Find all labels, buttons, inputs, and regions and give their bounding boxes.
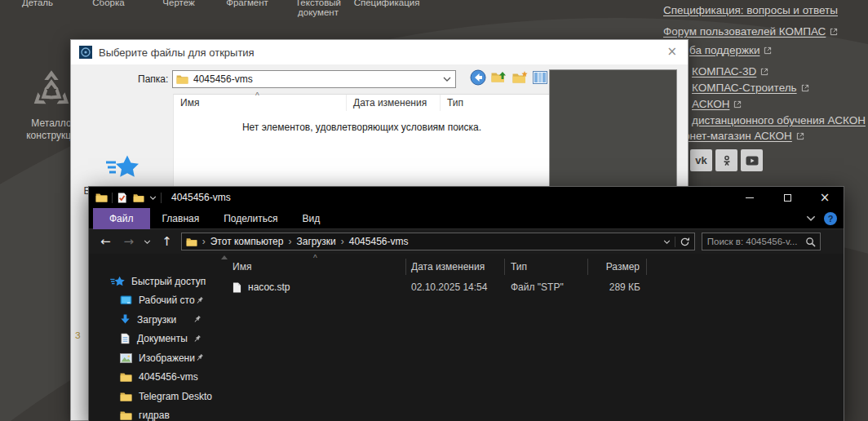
explorer-titlebar[interactable]: 4045456-vms ×: [89, 187, 844, 208]
views-menu-icon[interactable]: [533, 71, 547, 84]
maximize-icon: [784, 194, 791, 202]
address-dropdown-chevron-icon[interactable]: [663, 240, 671, 244]
doctype-button-assembly[interactable]: Сборка: [92, 0, 124, 7]
doctype-button-fragment[interactable]: Фрагмент: [226, 0, 268, 7]
refresh-icon[interactable]: [680, 237, 690, 247]
external-link-icon: [830, 28, 838, 36]
sort-asc-icon: ^: [313, 254, 317, 263]
breadcrumb-item-downloads[interactable]: Загрузки: [296, 236, 335, 247]
divider: [112, 193, 113, 203]
vk-icon[interactable]: vk: [690, 149, 712, 171]
close-button[interactable]: ×: [806, 187, 844, 208]
link-distance-learning[interactable]: дистанционного обучения АСКОН: [663, 113, 868, 128]
folder-icon: [120, 372, 132, 382]
new-folder-icon[interactable]: [512, 71, 529, 84]
sidebar-item-4045456-vms[interactable]: 4045456-vms: [89, 368, 221, 388]
place-downloads-fragment: З: [75, 330, 81, 340]
new-folder-quick-icon[interactable]: [133, 193, 144, 202]
sidebar-item-pictures[interactable]: Изображени: [89, 348, 221, 368]
link-kompas3d[interactable]: КОМПАС-3D: [663, 64, 868, 79]
file-name: насос.stp: [248, 281, 290, 293]
dialog-close-button[interactable]: ×: [666, 45, 677, 58]
breadcrumb-separator: ›: [202, 236, 206, 247]
sidebar-scrollbar[interactable]: [221, 254, 228, 421]
tab-view[interactable]: Вид: [290, 208, 332, 229]
recent-locations-chevron-icon[interactable]: [144, 240, 151, 244]
search-input[interactable]: [707, 237, 799, 246]
ribbon-collapse-chevron-icon[interactable]: [806, 215, 816, 221]
file-modified: 02.10.2025 14:54: [406, 281, 505, 293]
external-link-icon: [796, 132, 804, 140]
minimize-button[interactable]: [731, 187, 768, 208]
file-row-nasos-stp[interactable]: насос.stp 02.10.2025 14:54 Файл "STP" 28…: [228, 277, 844, 298]
file-list-header: Имя Дата изменения Тип Размер: [228, 257, 844, 277]
up-icon[interactable]: ↑: [162, 236, 172, 248]
breadcrumb-item-this-pc[interactable]: Этот компьютер: [210, 236, 284, 247]
search-box[interactable]: [702, 233, 821, 250]
column-header-size[interactable]: Размер: [588, 259, 647, 275]
breadcrumb-item-current-folder[interactable]: 4045456-vms: [349, 236, 409, 247]
window-controls: ×: [731, 187, 844, 208]
column-header-type[interactable]: Тип: [441, 95, 550, 111]
sort-asc-icon: ^: [255, 91, 259, 100]
sidebar-item-documents[interactable]: Документы: [89, 330, 221, 349]
sidebar-item-desktop[interactable]: Рабочий сто: [89, 291, 221, 311]
chevron-down-icon[interactable]: [443, 77, 451, 82]
external-link-icon: [733, 100, 742, 109]
pin-icon: [193, 335, 202, 343]
minimize-icon: [746, 197, 754, 198]
doctype-button-specification[interactable]: Спецификация: [354, 0, 420, 7]
documents-icon: [120, 333, 131, 344]
forward-icon[interactable]: →: [124, 236, 135, 248]
tab-file[interactable]: Файл: [93, 208, 150, 229]
maximize-button[interactable]: [768, 187, 806, 208]
up-one-level-icon[interactable]: [491, 71, 507, 84]
help-button[interactable]: ?: [824, 212, 837, 225]
odnoklassniki-icon[interactable]: [715, 149, 737, 171]
back-icon[interactable]: ←: [100, 236, 111, 248]
link-ascon[interactable]: АСКОН: [663, 96, 868, 112]
tab-home[interactable]: Главная: [150, 208, 212, 229]
file-list[interactable]: Имя Дата изменения Тип Размер ^ насос.st…: [228, 254, 844, 421]
youtube-icon[interactable]: [741, 149, 763, 171]
page-icon: [232, 282, 241, 293]
column-header-modified[interactable]: Дата изменения: [347, 95, 441, 111]
breadcrumb-separator: ›: [288, 236, 291, 247]
back-button-icon[interactable]: [470, 69, 486, 86]
sidebar-item-gidrav[interactable]: гидрав: [89, 406, 221, 421]
qat-customize-chevron-icon[interactable]: [149, 196, 157, 200]
link-support[interactable]: ба поддержки: [663, 42, 868, 58]
folder-icon: [120, 410, 132, 420]
link-forum[interactable]: Форум пользователей КОМПАС: [663, 24, 868, 39]
scroll-up-icon: [221, 255, 228, 259]
folder-label: Папка:: [138, 73, 168, 85]
quick-access-icon: [110, 276, 125, 287]
explorer-content: Быстрый доступ Рабочий сто Загрузки Доку…: [89, 254, 844, 421]
link-kompas-stroitel[interactable]: КОМПАС-Строитель: [663, 80, 868, 95]
folder-combobox[interactable]: 4045456-vms: [172, 70, 456, 88]
doctype-button-detail[interactable]: Деталь: [22, 0, 53, 7]
doctype-button-drawing[interactable]: Чертеж: [162, 0, 194, 7]
dialog-titlebar[interactable]: Выберите файлы для открытия ×: [71, 40, 688, 64]
folder-icon: [120, 392, 132, 401]
divider: [675, 237, 675, 247]
doctype-button-text-document[interactable]: Текстовый документ: [283, 0, 353, 17]
column-header-modified[interactable]: Дата изменения: [406, 259, 505, 275]
sidebar-item-quick-access[interactable]: Быстрый доступ: [89, 272, 221, 291]
column-header-name[interactable]: Имя: [174, 95, 347, 111]
properties-check-icon[interactable]: [117, 193, 127, 203]
link-online-store[interactable]: рнет-магазин АСКОН: [663, 128, 868, 144]
sidebar-item-downloads[interactable]: Загрузки: [89, 310, 221, 330]
link-spec-faq[interactable]: Спецификация: вопросы и ответы: [663, 2, 868, 18]
navigation-sidebar: Быстрый доступ Рабочий сто Загрузки Доку…: [89, 254, 221, 421]
breadcrumb[interactable]: › Этот компьютер › Загрузки › 4045456-vm…: [181, 233, 695, 250]
quick-access-icon: [106, 154, 139, 180]
column-header-type[interactable]: Тип: [505, 259, 588, 275]
sidebar-item-telegram-desktop[interactable]: Telegram Deskto: [89, 387, 221, 406]
breadcrumb-separator: ›: [341, 236, 344, 247]
downloads-icon: [120, 314, 131, 325]
metal-structures-icon[interactable]: [30, 69, 73, 111]
search-icon[interactable]: [805, 237, 816, 247]
tab-share[interactable]: Поделиться: [211, 208, 290, 229]
external-link-icon: [760, 68, 768, 76]
